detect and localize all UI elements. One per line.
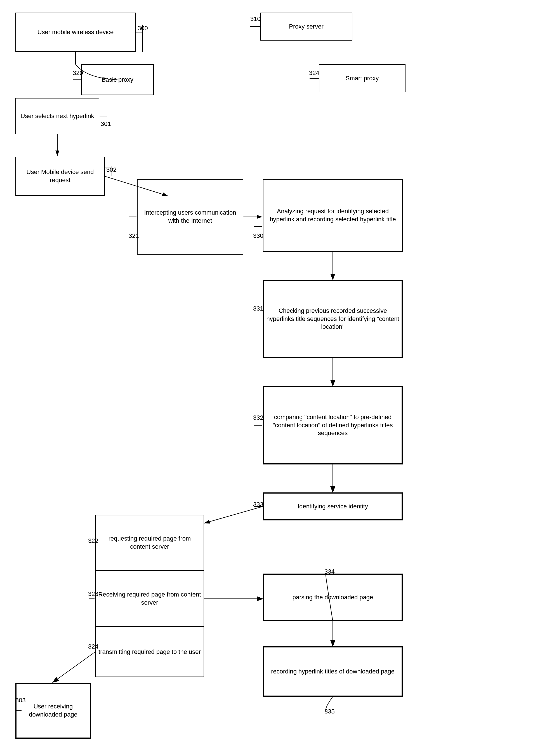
label-334: 333: [253, 501, 264, 508]
label-310: 310: [250, 15, 261, 23]
box-receiving: Receiving required page from content ser…: [95, 571, 204, 627]
label-335: 334: [324, 568, 335, 575]
diagram-container: User mobile wireless device Proxy server…: [0, 0, 554, 756]
label-321: 321: [129, 232, 139, 240]
box-user-mobile: User mobile wireless device: [15, 13, 135, 52]
box-user-mobile-send: User Mobile device send request: [15, 157, 105, 196]
label-336: 335: [324, 708, 335, 715]
label-301: 301: [101, 120, 111, 128]
svg-line-22: [53, 652, 95, 682]
box-user-selects: User selects next hyperlink: [15, 98, 99, 134]
label-323: 323: [88, 590, 99, 598]
box-identifying-service: Identifying service identity: [263, 493, 403, 520]
box-user-receiving: User receiving downloaded page: [15, 683, 91, 739]
box-analyzing: Analyzing request for identifying select…: [263, 179, 403, 252]
label-300: 300: [137, 24, 148, 32]
label-331: 330: [253, 232, 264, 240]
box-parsing: parsing the downloaded page: [263, 573, 403, 621]
box-intercepting: Intercepting users communication with th…: [137, 179, 243, 255]
box-basic-proxy: Basic proxy: [81, 64, 154, 95]
box-smart-proxy: Smart proxy: [319, 64, 405, 92]
box-transmitting: transmitting required page to the user: [95, 627, 204, 677]
label-303: 303: [15, 697, 26, 704]
label-320: 320: [73, 69, 83, 77]
box-recording: recording hyperlink titles of downloaded…: [263, 646, 403, 697]
label-332: 331: [253, 305, 264, 312]
label-324: 324: [88, 643, 99, 650]
svg-line-17: [204, 506, 263, 523]
box-checking: Checking previous recorded successive hy…: [263, 280, 403, 358]
label-322: 322: [88, 537, 99, 545]
label-302: 302: [106, 166, 117, 173]
label-330: 324: [309, 69, 319, 77]
box-proxy-server: Proxy server: [260, 13, 352, 41]
label-333: 332: [253, 414, 264, 421]
box-comparing: comparing "content location" to pre-defi…: [263, 386, 403, 464]
box-requesting: requesting required page from content se…: [95, 515, 204, 571]
